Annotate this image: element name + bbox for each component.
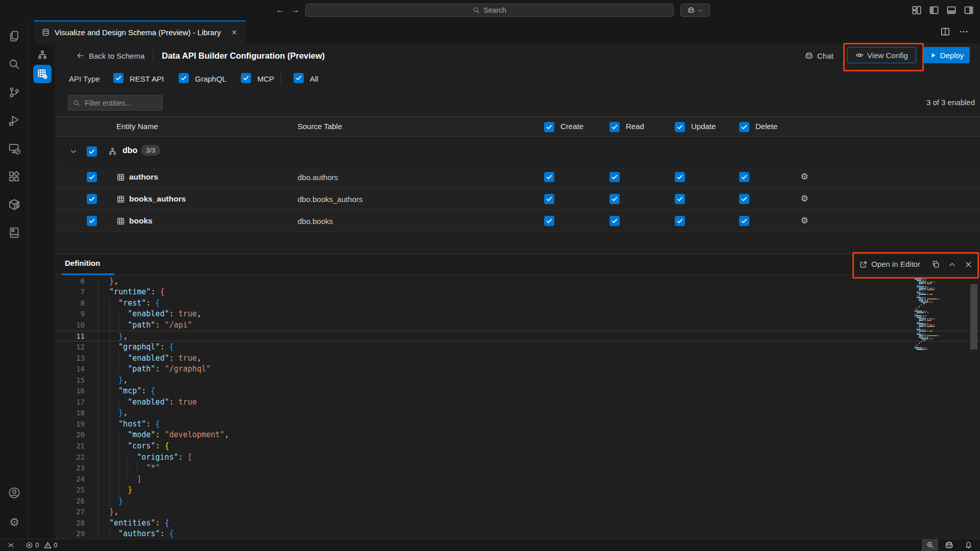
code-line-8[interactable]: 8"rest": { <box>56 297 980 309</box>
settings-gear-icon[interactable]: ⚙ <box>8 516 20 529</box>
checkbox-column-delete[interactable] <box>739 122 749 132</box>
checkbox-authors-read[interactable] <box>609 172 620 182</box>
json-code-editor[interactable]: 6},7"runtime": {8"rest": {9"enabled": tr… <box>56 275 980 539</box>
command-center-search[interactable]: Search <box>305 4 674 17</box>
minimap[interactable] <box>913 277 948 350</box>
filter-entities-input[interactable] <box>84 98 152 108</box>
checkbox-column-update[interactable] <box>675 122 685 132</box>
remote-explorer-icon[interactable] <box>8 142 20 155</box>
code-line-16[interactable]: 16"mcp": { <box>56 385 980 396</box>
code-line-28[interactable]: 28"entities": { <box>56 517 980 529</box>
table-row-books[interactable]: booksdbo.books⚙ <box>56 210 980 232</box>
code-line-23[interactable]: 23"*" <box>56 462 980 473</box>
code-line-13[interactable]: 13"enabled": true, <box>56 353 980 364</box>
database-icon[interactable] <box>8 227 20 239</box>
zoom-status-button[interactable] <box>922 539 938 551</box>
back-arrow-icon[interactable]: ← <box>274 4 286 16</box>
checkbox-group-dbo[interactable] <box>87 146 97 157</box>
forward-arrow-icon[interactable]: → <box>289 4 302 16</box>
chat-button[interactable]: Chat <box>804 49 834 62</box>
row-settings-gear-icon[interactable]: ⚙ <box>799 215 810 226</box>
schema-group-row-dbo[interactable]: dbo 3/3 <box>56 137 980 166</box>
table-designer-active-tile[interactable] <box>33 65 52 83</box>
container-icon[interactable] <box>8 198 20 211</box>
external-link-icon[interactable] <box>859 260 868 269</box>
code-line-18[interactable]: 18}, <box>56 408 980 419</box>
checkbox-authors-delete[interactable] <box>739 172 749 182</box>
extensions-icon[interactable] <box>8 170 20 183</box>
code-line-7[interactable]: 7"runtime": { <box>56 287 980 298</box>
code-line-26[interactable]: 26} <box>56 495 980 507</box>
checkbox-all[interactable] <box>293 73 304 83</box>
notifications-button[interactable] <box>965 539 972 551</box>
run-debug-icon[interactable] <box>8 114 20 127</box>
copilot-status-button[interactable] <box>944 539 954 551</box>
checkbox-graphql[interactable] <box>179 73 189 83</box>
copy-icon[interactable] <box>932 260 940 269</box>
panel-left-icon[interactable] <box>929 5 939 15</box>
row-settings-gear-icon[interactable]: ⚙ <box>799 171 810 182</box>
code-line-6[interactable]: 6}, <box>56 276 980 287</box>
close-icon[interactable] <box>964 260 973 269</box>
code-line-9[interactable]: 9"enabled": true, <box>56 309 980 320</box>
more-actions-icon[interactable] <box>959 27 969 37</box>
back-to-schema-button[interactable]: Back to Schema <box>77 49 144 62</box>
code-line-22[interactable]: 22"origins": [ <box>56 452 980 463</box>
code-line-12[interactable]: 12"graphql": { <box>56 341 980 353</box>
checkbox-authors-update[interactable] <box>675 172 685 182</box>
code-line-19[interactable]: 19"host": { <box>56 418 980 430</box>
code-line-20[interactable]: 20"mode": "development", <box>56 430 980 441</box>
checkbox-entity-authors[interactable] <box>87 172 97 182</box>
split-editor-icon[interactable] <box>940 27 950 37</box>
view-config-button[interactable]: View Config <box>847 47 916 63</box>
checkbox-books-update[interactable] <box>675 216 685 226</box>
deploy-button[interactable]: Deploy <box>924 47 970 63</box>
source-control-icon[interactable] <box>8 86 20 98</box>
checkbox-books_authors-read[interactable] <box>609 194 620 204</box>
code-line-21[interactable]: 21"cors": { <box>56 440 980 452</box>
code-line-14[interactable]: 14"path": "/graphql" <box>56 363 980 374</box>
checkbox-column-read[interactable] <box>609 122 620 132</box>
open-in-editor-label[interactable]: Open in Editor <box>871 260 920 268</box>
chevron-down-icon[interactable] <box>69 147 78 156</box>
checkbox-entity-books_authors[interactable] <box>87 194 97 204</box>
tab-visualize-design-schema[interactable]: Visualize and Design Schema (Preview) - … <box>34 20 246 43</box>
table-row-authors[interactable]: authorsdbo.authors⚙ <box>56 166 980 188</box>
checkbox-books-delete[interactable] <box>739 216 749 226</box>
code-line-27[interactable]: 27}, <box>56 506 980 517</box>
row-settings-gear-icon[interactable]: ⚙ <box>799 193 810 204</box>
code-line-25[interactable]: 25} <box>56 484 980 495</box>
scrollbar-thumb[interactable] <box>970 284 977 349</box>
checkbox-entity-books[interactable] <box>87 216 97 226</box>
tab-close-icon[interactable]: × <box>229 28 239 38</box>
checkbox-authors-create[interactable] <box>544 172 554 182</box>
code-line-11[interactable]: 11}, <box>56 331 980 342</box>
code-line-15[interactable]: 15}, <box>56 374 980 386</box>
account-icon[interactable] <box>8 487 20 499</box>
search-icon[interactable] <box>8 58 20 70</box>
copilot-menu-button[interactable] <box>680 4 710 17</box>
api-type-filter-row: API Type REST APIGraphQLMCP All <box>56 73 980 86</box>
checkbox-books_authors-create[interactable] <box>544 194 554 204</box>
definition-tab-label[interactable]: Definition <box>65 259 100 267</box>
explorer-icon[interactable] <box>8 30 20 42</box>
checkbox-books-read[interactable] <box>609 216 620 226</box>
checkbox-books-create[interactable] <box>544 216 554 226</box>
code-line-24[interactable]: 24] <box>56 473 980 485</box>
code-line-29[interactable]: 29"authors": { <box>56 529 980 539</box>
checkbox-books_authors-update[interactable] <box>675 194 685 204</box>
checkbox-mcp[interactable] <box>241 73 251 83</box>
code-line-17[interactable]: 17"enabled": true <box>56 396 980 408</box>
table-row-books_authors[interactable]: books_authorsdbo.books_authors⚙ <box>56 188 980 210</box>
problems-indicator[interactable]: 0 0 <box>26 539 57 551</box>
checkbox-column-create[interactable] <box>544 122 554 132</box>
code-line-10[interactable]: 10"path": "/api" <box>56 319 980 331</box>
customize-layout-icon[interactable] <box>912 5 922 15</box>
checkbox-rest-api[interactable] <box>113 73 124 83</box>
schema-designer-icon[interactable] <box>37 49 47 60</box>
panel-right-icon[interactable] <box>964 5 974 15</box>
remote-indicator[interactable] <box>7 539 15 551</box>
panel-bottom-icon[interactable] <box>946 5 957 15</box>
checkbox-books_authors-delete[interactable] <box>739 194 749 204</box>
chevron-up-icon[interactable] <box>948 260 957 269</box>
